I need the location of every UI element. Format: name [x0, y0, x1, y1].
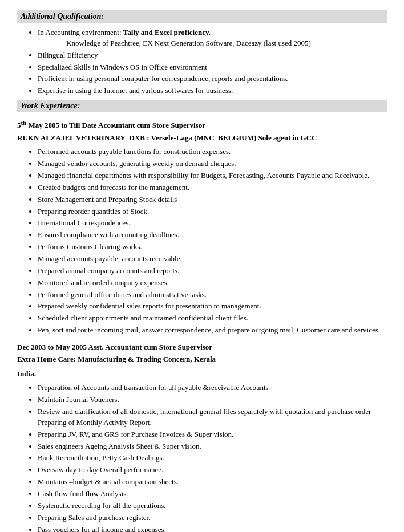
list-item: Sales engineers Ageing Analysis Sheet & …: [38, 441, 387, 452]
list-item: In Accounting environment: Tally and Exc…: [38, 27, 387, 49]
list-item: Maintains –budget & actual comparison sh…: [38, 477, 387, 488]
list-item: Performed accounts payable functions for…: [38, 147, 387, 157]
work-experience-section: Work Experience: 5th May 2005 to Till Da…: [17, 100, 387, 532]
job-2: Dec 2003 to May 2005 Asst. Accountant cu…: [17, 342, 387, 532]
list-item: Store Management and Preparing Stock det…: [38, 194, 387, 205]
list-item: Created budgets and forecasts for the ma…: [38, 182, 387, 193]
list-item: Proficient in using personal computer fo…: [38, 74, 387, 84]
additional-qualification-section: Additional Qualification: In Accounting …: [17, 10, 387, 96]
job-1-duties-list: Performed accounts payable functions for…: [17, 147, 387, 336]
list-item: Pen, sort and route incoming mail, answe…: [38, 325, 387, 336]
job-1-title: 5th May 2005 to Till Date Accountant cum…: [17, 118, 387, 131]
job-2-subtitle-line1: Extra Home Care: Manufacturing & Trading…: [17, 354, 387, 365]
list-item: Oversaw day-to-day Overall performance.: [38, 465, 387, 476]
item-subtext: Knowledge of Peachtree, EX Next Generati…: [38, 38, 387, 49]
list-item: Performed general office duties and admi…: [38, 290, 387, 300]
list-item: Pass vouchers for all income and expense…: [38, 525, 387, 532]
list-item: Expertise in using the Internet and vari…: [38, 86, 387, 96]
list-item: Review and clarification of all domestic…: [38, 407, 387, 428]
work-experience-header: Work Experience:: [17, 100, 387, 112]
list-item: Managed vendor accounts, generating week…: [38, 159, 387, 169]
list-item: Performs Customs Clearing works.: [38, 242, 387, 253]
list-item: Monitored and recorded company expenses.: [38, 278, 387, 289]
job-2-title: Dec 2003 to May 2005 Asst. Accountant cu…: [17, 342, 387, 353]
list-item: Bank Reconciliation, Petty Cash Dealings…: [38, 453, 387, 464]
list-item: Specialized Skills in Windows OS in Offi…: [38, 62, 387, 73]
list-item: Cash flow fund flow Analysis.: [38, 489, 387, 499]
list-item: Ensured compliance with accounting deadl…: [38, 230, 387, 241]
list-item: Managed financial departments with respo…: [38, 170, 387, 181]
list-item: Prepared weekly confidential sales repor…: [38, 301, 387, 312]
list-item: Preparation of Accounts and transaction …: [38, 383, 387, 393]
job-1: 5th May 2005 to Till Date Accountant cum…: [17, 118, 387, 336]
item-text-plain: In Accounting environment:: [38, 28, 123, 36]
list-item: Systematic recording for all the operati…: [38, 501, 387, 511]
job-2-duties-list: Preparation of Accounts and transaction …: [17, 383, 387, 532]
list-item: Preparing reorder quantities of Stock.: [38, 206, 387, 217]
list-item: Prepared annual company accounts and rep…: [38, 266, 387, 277]
item-text-bold: Tally and Excel proficiency.: [123, 28, 211, 36]
list-item: Scheduled client appointments and mainta…: [38, 313, 387, 324]
list-item: Bilingual Efficiency: [38, 50, 387, 61]
job-1-subtitle: RUKN ALZAJEL VETERINARY_DXB : Versele-La…: [17, 132, 387, 144]
list-item: International Correspondences.: [38, 218, 387, 229]
list-item: Managed accounts payable, accounts recei…: [38, 254, 387, 265]
list-item: Preparing JV, RV, and GRS for Purchase I…: [38, 429, 387, 440]
list-item: Maintain Journal Vouchers.: [38, 395, 387, 405]
additional-qualification-list: In Accounting environment: Tally and Exc…: [17, 27, 387, 96]
additional-qualification-header: Additional Qualification:: [17, 10, 387, 23]
job-2-subtitle-line2: India.: [17, 368, 387, 380]
list-item: Preparing Sales and purchase register.: [38, 513, 387, 523]
